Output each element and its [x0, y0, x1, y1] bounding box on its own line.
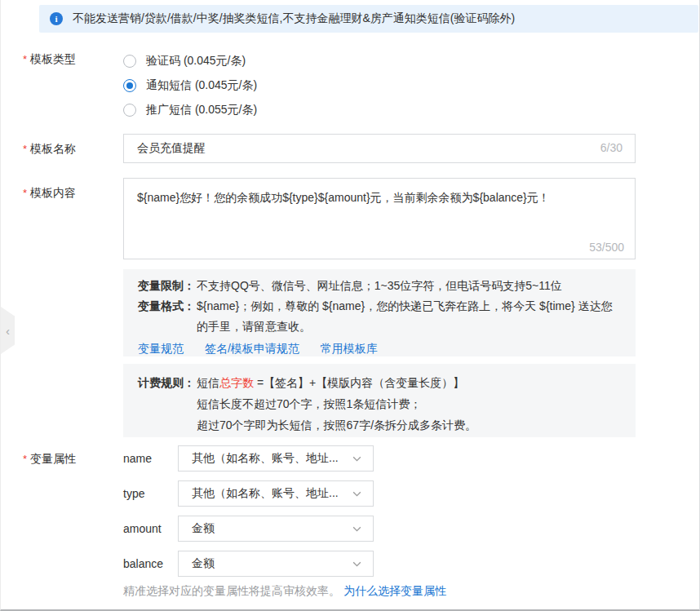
- notice-text: 不能发送营销/贷款/借款/中奖/抽奖类短信,不支持金融理财&房产通知类短信(验证…: [73, 11, 515, 26]
- template-name-label: *模板名称: [23, 142, 76, 157]
- variable-attrs-label: *变量属性: [23, 452, 76, 467]
- var-name-select[interactable]: 其他（如名称、账号、地址...: [178, 445, 374, 472]
- var-name-select-value: 其他（如名称、账号、地址...: [192, 451, 339, 466]
- variable-tips-box: 变量限制： 不支持QQ号、微信号、网址信息；1~35位字符，但电话号码支持5~1…: [123, 269, 636, 356]
- radio-unselected-icon[interactable]: [123, 104, 136, 117]
- chevron-down-icon: [352, 559, 362, 569]
- sms-template-form-page: i 不能发送营销/贷款/借款/中奖/抽奖类短信,不支持金融理财&房产通知类短信(…: [0, 0, 700, 611]
- info-icon: i: [50, 12, 63, 25]
- template-name-field-wrap: 6/30: [123, 134, 636, 163]
- var-amount-select[interactable]: 金额: [178, 516, 374, 542]
- template-content-field-wrap: ${name}您好！您的余额成功${type}${amount}元，当前剩余余额…: [123, 178, 636, 259]
- template-content-textarea[interactable]: ${name}您好！您的余额成功${type}${amount}元，当前剩余余额…: [123, 178, 636, 259]
- template-name-input[interactable]: [123, 134, 636, 163]
- variable-spec-link[interactable]: 变量规范: [138, 342, 184, 355]
- required-mark: *: [23, 187, 27, 199]
- radio-option-verification[interactable]: 验证码 (0.045元/条): [123, 49, 257, 73]
- variable-format-label: 变量格式：: [138, 296, 197, 337]
- variable-limit-label: 变量限制：: [138, 276, 197, 296]
- billing-rules-line2: 短信长度不超过70个字，按照1条短信计费；: [138, 393, 621, 414]
- radio-selected-icon[interactable]: [123, 79, 136, 92]
- template-content-label: *模板内容: [23, 186, 76, 201]
- notice-banner: i 不能发送营销/贷款/借款/中奖/抽奖类短信,不支持金融理财&房产通知类短信(…: [39, 5, 698, 33]
- billing-rules-line3: 超过70个字即为长短信，按照67字/条拆分成多条计费。: [138, 414, 621, 436]
- var-balance-label: balance: [123, 557, 163, 570]
- variable-attr-hint: 精准选择对应的变量属性将提高审核效率。: [123, 584, 340, 597]
- variable-limit-text: 不支持QQ号、微信号、网址信息；1~35位字符，但电话号码支持5~11位: [197, 276, 621, 296]
- var-balance-select-value: 金额: [192, 556, 215, 571]
- billing-rules-line1: 短信总字数 =【签名】+【模版内容（含变量长度）】: [197, 372, 621, 393]
- radio-option-promotion[interactable]: 推广短信 (0.055元/条): [123, 98, 257, 122]
- radio-option-label[interactable]: 验证码 (0.045元/条): [146, 54, 246, 69]
- total-chars-highlight: 总字数: [219, 376, 254, 389]
- radio-unselected-icon[interactable]: [123, 55, 136, 68]
- content-char-counter: 53/500: [589, 241, 624, 254]
- var-balance-select[interactable]: 金额: [178, 551, 374, 577]
- radio-option-notification[interactable]: 通知短信 (0.045元/条): [123, 73, 257, 98]
- template-type-label: *模板类型: [23, 52, 76, 67]
- billing-rules-label: 计费规则：: [138, 372, 197, 393]
- name-char-counter: 6/30: [600, 141, 622, 154]
- var-type-label: type: [123, 487, 144, 500]
- variable-format-text: ${name}；例如，尊敬的 ${name}，您的快递已飞奔在路上，将今天 ${…: [197, 296, 621, 337]
- required-mark: *: [23, 53, 27, 65]
- signature-template-spec-link[interactable]: 签名/模板申请规范: [205, 342, 299, 355]
- var-name-label: name: [123, 452, 152, 465]
- chevron-down-icon: [352, 454, 362, 464]
- radio-option-label[interactable]: 通知短信 (0.045元/条): [146, 78, 257, 93]
- chevron-down-icon: [352, 489, 362, 499]
- required-mark: *: [23, 143, 27, 155]
- chevron-left-icon: ‹: [6, 324, 10, 338]
- required-mark: *: [23, 453, 27, 465]
- var-type-select-value: 其他（如名称、账号、地址...: [192, 486, 339, 501]
- variable-attr-hint-row: 精准选择对应的变量属性将提高审核效率。 为什么选择变量属性: [123, 584, 446, 599]
- template-type-radio-group: 验证码 (0.045元/条) 通知短信 (0.045元/条) 推广短信 (0.0…: [123, 49, 257, 122]
- billing-rules-box: 计费规则： 短信总字数 =【签名】+【模版内容（含变量长度）】 短信长度不超过7…: [123, 364, 636, 437]
- var-amount-select-value: 金额: [192, 521, 215, 536]
- common-template-library-link[interactable]: 常用模板库: [321, 342, 378, 355]
- why-variable-attr-link[interactable]: 为什么选择变量属性: [343, 584, 446, 597]
- radio-option-label[interactable]: 推广短信 (0.055元/条): [146, 103, 257, 117]
- var-amount-label: amount: [123, 522, 162, 535]
- panel-collapse-handle[interactable]: ‹: [1, 307, 15, 354]
- var-type-select[interactable]: 其他（如名称、账号、地址...: [178, 480, 374, 507]
- chevron-down-icon: [352, 524, 362, 534]
